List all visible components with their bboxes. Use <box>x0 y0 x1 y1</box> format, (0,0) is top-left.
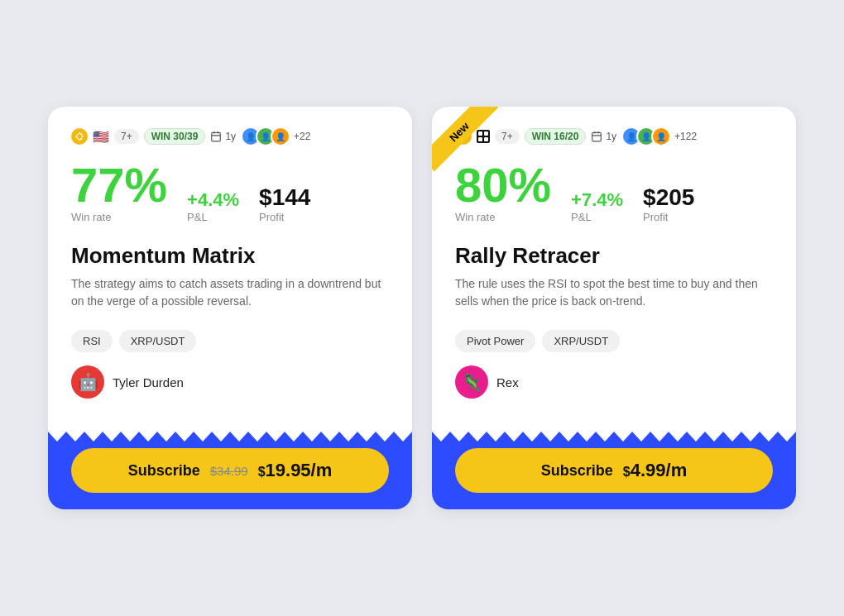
avatar: 👤 <box>271 127 290 146</box>
win-badge: WIN 30/39 <box>144 128 206 145</box>
profit-value: $205 <box>643 184 694 211</box>
win-rate-label: Win rate <box>455 211 551 223</box>
strategy-desc: The strategy aims to catch assets tradin… <box>71 275 389 310</box>
pnl-value: +7.4% <box>571 189 623 211</box>
win-rate-stat: 77% Win rate <box>71 161 167 223</box>
win-rate-label: Win rate <box>71 211 167 223</box>
profit-label: Profit <box>259 211 310 223</box>
strategy-desc: The rule uses the RSI to spot the best t… <box>455 275 773 310</box>
avatar-group: 👤👤👤+122 <box>621 127 697 146</box>
card-footer: Subscribe $4.99/m <box>432 432 796 509</box>
tags: RSIXRP/USDT <box>71 330 389 352</box>
card-footer: Subscribe $34.99 $19.95/m <box>48 432 412 509</box>
tag: XRP/USDT <box>119 330 197 352</box>
subscribe-label: Subscribe <box>128 462 200 480</box>
card-rally-retracer: New 7+ WIN 16/20 1y 👤👤👤+122 <box>432 107 796 509</box>
wave-decoration <box>432 422 796 442</box>
subscribe-button[interactable]: Subscribe $34.99 $19.95/m <box>71 448 389 493</box>
subscribe-button[interactable]: Subscribe $4.99/m <box>455 448 773 493</box>
win-rate-value: 77% <box>71 161 167 209</box>
price-old: $34.99 <box>210 464 248 478</box>
pnl-label: P&L <box>571 211 623 223</box>
author: 🦎 Rex <box>455 365 773 399</box>
avatar-group: 👤👤👤+22 <box>241 127 310 146</box>
profit-stat: $144 Profit <box>259 184 310 223</box>
card-header: 🇺🇸 7+ WIN 30/39 1y 👤👤👤+22 <box>71 127 389 146</box>
svg-rect-6 <box>592 132 602 141</box>
binance-icon <box>71 128 88 145</box>
pnl-value: +4.4% <box>187 189 239 211</box>
tags: Pivot PowerXRP/USDT <box>455 330 773 352</box>
strategy-name: Rally Retracer <box>455 243 773 269</box>
card-momentum-matrix: 🇺🇸 7+ WIN 30/39 1y 👤👤👤+22 77% Win rate +… <box>48 107 412 509</box>
subscribe-label: Subscribe <box>541 462 613 480</box>
avatar-count: +122 <box>674 131 697 142</box>
tag: XRP/USDT <box>542 330 620 352</box>
avatar-count: +22 <box>294 131 310 142</box>
flag-icon: 🇺🇸 <box>93 129 109 145</box>
profit-value: $144 <box>259 184 310 211</box>
new-badge-label: New <box>432 107 499 171</box>
author: 🤖 Tyler Durden <box>71 365 389 399</box>
author-avatar: 🦎 <box>455 365 488 399</box>
cards-container: 🇺🇸 7+ WIN 30/39 1y 👤👤👤+22 77% Win rate +… <box>31 74 813 542</box>
strategy-name: Momentum Matrix <box>71 243 389 269</box>
profit-stat: $205 Profit <box>643 184 694 223</box>
tag: Pivot Power <box>455 330 535 352</box>
author-name: Tyler Durden <box>113 375 184 389</box>
duration-badge: 1y <box>210 131 236 142</box>
pnl-stat: +4.4% P&L <box>187 189 239 223</box>
new-badge: New <box>432 107 506 181</box>
card-body: 🇺🇸 7+ WIN 30/39 1y 👤👤👤+22 77% Win rate +… <box>48 107 412 432</box>
wave-decoration <box>48 422 412 442</box>
price-new: $19.95/m <box>258 460 333 481</box>
tag: RSI <box>71 330 113 352</box>
stats-row: 77% Win rate +4.4% P&L $144 Profit <box>71 161 389 223</box>
price-new: $4.99/m <box>623 460 687 481</box>
svg-point-0 <box>71 128 88 145</box>
avatar: 👤 <box>651 127 671 146</box>
author-name: Rex <box>496 375 519 389</box>
pnl-label: P&L <box>187 211 239 223</box>
author-avatar: 🤖 <box>71 365 104 399</box>
duration-badge: 1y <box>591 131 616 142</box>
profit-label: Profit <box>643 211 694 223</box>
count-badge: 7+ <box>114 129 139 144</box>
win-badge: WIN 16/20 <box>525 128 587 145</box>
svg-rect-1 <box>212 132 221 141</box>
pnl-stat: +7.4% P&L <box>571 189 623 223</box>
